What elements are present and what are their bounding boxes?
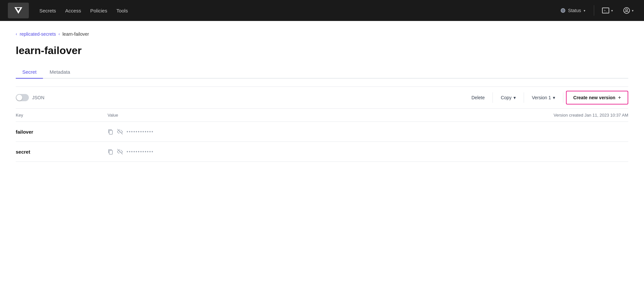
tab-bar: Secret Metadata bbox=[16, 66, 628, 79]
masked-value-failover: •••••••••••• bbox=[127, 129, 154, 134]
json-toggle-area: JSON bbox=[16, 94, 464, 101]
hide-value-icon-secret[interactable] bbox=[117, 148, 123, 155]
key-cell-failover: failover bbox=[16, 129, 108, 135]
hide-value-icon-failover[interactable] bbox=[117, 128, 123, 135]
terminal-button[interactable]: >_ ▾ bbox=[599, 6, 615, 15]
user-icon bbox=[623, 7, 630, 14]
terminal-icon: >_ bbox=[602, 8, 609, 13]
tab-metadata[interactable]: Metadata bbox=[43, 66, 77, 79]
version-button[interactable]: Version 1 ▾ bbox=[524, 92, 563, 104]
version-label: Version 1 bbox=[532, 95, 551, 100]
version-chevron-icon: ▾ bbox=[553, 95, 555, 100]
copy-button[interactable]: Copy ▾ bbox=[493, 92, 524, 104]
nav-access[interactable]: Access bbox=[65, 8, 81, 13]
vault-logo-icon bbox=[14, 7, 22, 14]
nav-divider bbox=[594, 5, 594, 16]
terminal-chevron-icon: ▾ bbox=[611, 9, 613, 12]
breadcrumb-chevron-2-icon: ‹ bbox=[59, 32, 60, 36]
toolbar-actions: Delete Copy ▾ Version 1 ▾ Create new ver… bbox=[464, 91, 628, 104]
nav-secrets[interactable]: Secrets bbox=[39, 8, 56, 13]
version-created-info: Version created Jan 11, 2023 10:37 AM bbox=[553, 113, 628, 118]
status-chevron-icon: ▾ bbox=[584, 9, 585, 12]
breadcrumb: ‹ replicated-secrets ‹ learn-failover bbox=[16, 31, 628, 37]
json-toggle[interactable] bbox=[16, 94, 29, 101]
status-indicator-icon bbox=[561, 8, 565, 13]
breadcrumb-current: learn-failover bbox=[63, 31, 89, 37]
logo[interactable] bbox=[8, 3, 29, 18]
status-label: Status bbox=[568, 8, 581, 13]
value-cell-failover: •••••••••••• bbox=[108, 128, 628, 135]
json-label: JSON bbox=[32, 95, 44, 100]
key-column-header: Key bbox=[16, 113, 108, 118]
tab-secret[interactable]: Secret bbox=[16, 66, 43, 79]
breadcrumb-parent[interactable]: replicated-secrets bbox=[20, 31, 56, 37]
copy-value-icon-secret[interactable] bbox=[108, 149, 113, 155]
secret-toolbar: JSON Delete Copy ▾ Version 1 ▾ Create ne… bbox=[16, 86, 628, 109]
table-row: secret •••••••••••• bbox=[16, 142, 628, 162]
nav-tools[interactable]: Tools bbox=[116, 8, 128, 13]
user-chevron-icon: ▾ bbox=[632, 9, 634, 12]
svg-rect-1 bbox=[109, 130, 112, 134]
svg-rect-2 bbox=[109, 150, 112, 154]
create-new-version-button[interactable]: Create new version + bbox=[566, 91, 628, 104]
nav-right: Status ▾ >_ ▾ ▾ bbox=[557, 5, 636, 16]
breadcrumb-chevron-1-icon: ‹ bbox=[16, 32, 17, 36]
value-column-header: Value bbox=[108, 113, 553, 118]
toggle-knob bbox=[16, 95, 22, 101]
value-cell-secret: •••••••••••• bbox=[108, 148, 628, 155]
create-version-label: Create new version bbox=[573, 95, 615, 100]
masked-value-secret: •••••••••••• bbox=[127, 149, 154, 154]
key-cell-secret: secret bbox=[16, 149, 108, 155]
toolbar-separator-3 bbox=[563, 92, 563, 103]
delete-button[interactable]: Delete bbox=[464, 92, 493, 104]
nav-links: Secrets Access Policies Tools bbox=[39, 8, 547, 13]
nav-policies[interactable]: Policies bbox=[90, 8, 107, 13]
plus-icon: + bbox=[618, 95, 621, 101]
table-row: failover •••••••••••• bbox=[16, 122, 628, 142]
table-header: Key Value Version created Jan 11, 2023 1… bbox=[16, 109, 628, 122]
copy-label: Copy bbox=[501, 95, 512, 100]
copy-chevron-icon: ▾ bbox=[513, 95, 516, 100]
status-button[interactable]: Status ▾ bbox=[557, 6, 589, 15]
main-content: ‹ replicated-secrets ‹ learn-failover le… bbox=[0, 21, 644, 172]
copy-value-icon-failover[interactable] bbox=[108, 129, 113, 135]
user-button[interactable]: ▾ bbox=[621, 5, 636, 16]
top-navigation: Secrets Access Policies Tools Status ▾ >… bbox=[0, 0, 644, 21]
svg-point-0 bbox=[626, 9, 628, 11]
page-title: learn-failover bbox=[16, 45, 628, 57]
